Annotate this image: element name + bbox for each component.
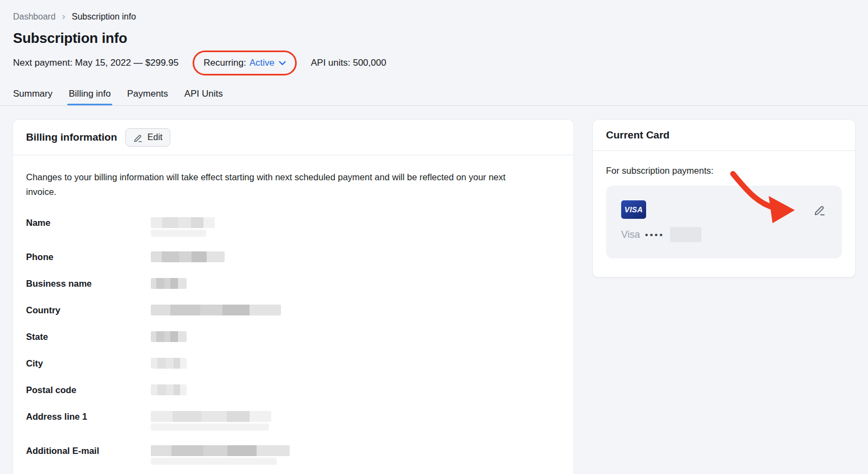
redacted-value: [151, 331, 187, 343]
card-subtitle: For subscription payments:: [606, 166, 842, 176]
billing-card-title: Billing information: [26, 131, 117, 143]
field-label: Country: [26, 304, 151, 317]
field-row-postal-code: Postal code: [26, 384, 560, 396]
tab-api-units[interactable]: API Units: [184, 84, 223, 105]
recurring-status-value: Active: [250, 58, 275, 68]
field-row-country: Country: [26, 304, 560, 317]
billing-card-header: Billing information Edit: [13, 120, 573, 155]
redacted-value: [151, 357, 187, 370]
field-row-business-name: Business name: [26, 277, 560, 290]
current-card-panel: Current Card For subscription payments: …: [592, 119, 856, 277]
field-row-city: City: [26, 357, 560, 370]
visa-logo: VISA: [621, 200, 646, 219]
payment-card-box: VISA Visa ••••: [606, 186, 842, 258]
field-label: Postal code: [26, 384, 151, 396]
content-area: Billing information Edit Changes to your…: [0, 106, 868, 474]
tab-payments[interactable]: Payments: [127, 84, 168, 105]
current-card-title: Current Card: [606, 129, 669, 141]
recurring-status-dropdown[interactable]: Active: [250, 58, 286, 68]
pencil-icon: [133, 133, 143, 142]
card-brand-row: VISA: [621, 200, 826, 219]
red-arrow-annotation: [712, 173, 803, 227]
field-label: Phone: [26, 251, 151, 263]
breadcrumb: Dashboard › Subscription info: [13, 12, 855, 22]
breadcrumb-current: Subscription info: [72, 12, 136, 22]
recurring-label: Recurring:: [203, 58, 246, 68]
edit-billing-button[interactable]: Edit: [125, 128, 171, 147]
tab-billing-info[interactable]: Billing info: [69, 84, 111, 105]
field-label: Additional E-mail: [26, 445, 151, 465]
field-label: City: [26, 357, 151, 370]
page-header: Dashboard › Subscription info Subscripti…: [0, 0, 868, 75]
field-label: State: [26, 331, 151, 343]
card-number-row: Visa ••••: [621, 227, 826, 242]
billing-information-card: Billing information Edit Changes to your…: [12, 119, 574, 474]
redacted-value: [151, 445, 290, 465]
page-title: Subscription info: [13, 30, 855, 47]
redacted-value: [151, 217, 215, 237]
tab-bar: Summary Billing info Payments API Units: [0, 84, 868, 106]
current-card-body: For subscription payments: VISA Visa •••…: [593, 151, 855, 277]
breadcrumb-dashboard[interactable]: Dashboard: [13, 12, 55, 22]
next-payment-text: Next payment: May 15, 2022 — $299.95: [13, 58, 178, 68]
redacted-value: [151, 384, 187, 396]
subscription-meta-row: Next payment: May 15, 2022 — $299.95 Rec…: [13, 50, 855, 75]
billing-card-body: Changes to your billing information will…: [13, 155, 573, 474]
redacted-value: [151, 277, 187, 290]
redacted-value: [151, 251, 225, 263]
field-label: Address line 1: [26, 410, 151, 431]
field-row-address-line-1: Address line 1: [26, 410, 560, 431]
field-row-name: Name: [26, 217, 560, 237]
billing-note: Changes to your billing information will…: [26, 170, 533, 199]
chevron-down-icon: [279, 61, 286, 66]
card-brand-text: Visa: [621, 229, 640, 241]
current-card-header: Current Card: [593, 120, 855, 151]
redacted-value: [151, 410, 271, 431]
pencil-icon: [814, 204, 826, 216]
breadcrumb-chevron-icon: ›: [62, 11, 65, 21]
edit-card-button[interactable]: [814, 204, 826, 216]
field-row-phone: Phone: [26, 251, 560, 263]
field-row-state: State: [26, 331, 560, 343]
field-row-additional-email: Additional E-mail: [26, 445, 560, 465]
redacted-card-digits: [670, 227, 701, 242]
tab-summary[interactable]: Summary: [13, 84, 53, 105]
redacted-value: [151, 304, 281, 317]
api-units-text: API units: 500,000: [311, 58, 386, 68]
recurring-annotation-circle: Recurring: Active: [193, 50, 297, 75]
card-masked-dots: ••••: [645, 230, 665, 239]
edit-billing-label: Edit: [148, 132, 163, 142]
field-label: Name: [26, 217, 151, 237]
field-label: Business name: [26, 277, 151, 290]
